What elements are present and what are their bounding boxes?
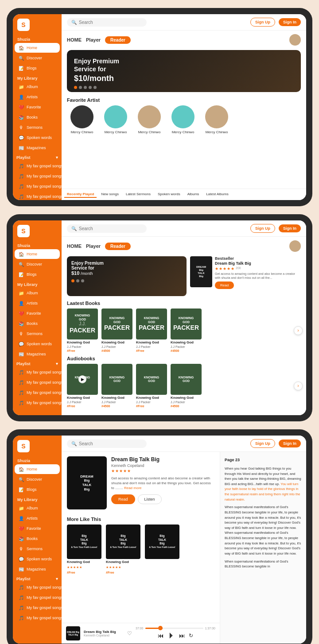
sidebar-item-favorite[interactable]: ❤️ Favorite [15, 102, 60, 112]
pl4-3[interactable]: 🎵 My fav gospel songs [15, 613, 60, 623]
sidebar-artists-2[interactable]: 👤 Artists [15, 298, 60, 308]
playlist-toggle-3[interactable]: ▾ [56, 576, 58, 581]
nav-reader-2[interactable]: Reader [105, 243, 131, 250]
hero-dot-5[interactable] [93, 86, 97, 89]
listen-button[interactable]: Listen [138, 494, 162, 504]
pl-3-2[interactable]: 🎵 My fav gospel songs [15, 388, 60, 397]
dot-3[interactable] [81, 279, 84, 282]
sidebar-item-playlist-2[interactable]: 🎵 My fav gospel songs [15, 171, 60, 181]
sidebar-item-magazines[interactable]: 📰 Magazines [15, 143, 60, 153]
next-books-button[interactable]: › [294, 326, 303, 335]
signin-button[interactable]: Sign In [279, 18, 301, 26]
skip-back-button[interactable]: ⏮ [158, 632, 164, 639]
dot-2[interactable] [76, 279, 79, 282]
user-avatar-2[interactable] [289, 240, 301, 252]
sidebar-item-sermons[interactable]: 🎙 Sermons [15, 123, 60, 132]
tab-albums[interactable]: Albums [185, 191, 202, 198]
sidebar-home-3[interactable]: 🏠 Home [15, 464, 60, 474]
sid-mags-3[interactable]: 📰 Magazines [15, 564, 60, 574]
tab-latest-sermons[interactable]: Latest Sermons [123, 191, 153, 198]
sidebar-spoken-2[interactable]: 💬 Spoken words [15, 339, 60, 349]
nav-tab-reader[interactable]: Reader [105, 36, 131, 44]
sidebar-item-playlist-4[interactable]: 🎵 My fav gospel songs [15, 192, 60, 200]
signup-button-2[interactable]: Sign Up [250, 224, 275, 233]
pl-1-2[interactable]: 🎵 My fav gospel songs [15, 367, 60, 377]
signup-button[interactable]: Sign Up [250, 18, 275, 27]
search-box-3[interactable]: 🔍 [67, 440, 147, 448]
sidebar-discover-2[interactable]: 🔍 Discover [15, 259, 60, 269]
playlist-toggle-2[interactable]: ▾ [56, 361, 58, 366]
read-button-lg[interactable]: Read [111, 494, 135, 504]
pl-2-2[interactable]: 🎵 My fav gospel songs [15, 378, 60, 387]
play-button[interactable]: ⏵ [167, 631, 175, 640]
nav-home-2[interactable]: HOME [67, 243, 82, 249]
sidebar-item-artists[interactable]: 👤 Artists [15, 92, 60, 102]
heart-button[interactable]: ♡ [127, 630, 132, 636]
hero-dot-1[interactable] [74, 86, 77, 89]
search-box-2[interactable]: 🔍 [67, 224, 147, 233]
next-audiobooks-button[interactable]: › [294, 382, 303, 390]
signup-button-3[interactable]: Sign Up [250, 439, 275, 448]
sid-books-3[interactable]: 📚 Books [15, 534, 60, 544]
book-card-2[interactable]: KNOWINGGODPACKER Knowing God J.J Packer … [136, 309, 168, 352]
artist-card-2[interactable]: Mercy Chinwo [134, 105, 164, 134]
pl1-3[interactable]: 🎵 My fav gospel songs [15, 582, 60, 592]
audiobook-card-2[interactable]: KNOWINGGOD Knowing God J.J Packer #Free [136, 364, 168, 408]
sidebar-item-home[interactable]: 🏠 Home [15, 43, 60, 53]
sid-sermons-3[interactable]: 🎙 Sermons [15, 544, 60, 554]
sid-artists-3[interactable]: 👤 Artists [15, 513, 60, 523]
sidebar-item-spoken[interactable]: 💬 Spoken words [15, 133, 60, 143]
hero-dot-3[interactable] [84, 86, 87, 89]
sid-spoken-3[interactable]: 💬 Spoken words [15, 554, 60, 564]
artist-card-4[interactable]: Mercy Chinwo [202, 105, 232, 134]
hero-dot-4[interactable] [89, 86, 92, 89]
nav-tab-player[interactable]: Player [86, 37, 101, 42]
repeat-button[interactable]: ↻ [189, 632, 193, 639]
nav-tab-home[interactable]: HOME [67, 37, 82, 42]
book-card-0[interactable]: KNOWINGGODJ.J.PACKER Knowing God J.J Pac… [67, 309, 99, 352]
sidebar-item-playlist-3[interactable]: 🎵 My fav gospel songs [15, 181, 60, 191]
search-input[interactable] [79, 20, 142, 25]
tab-recently-played[interactable]: Recently Played [64, 191, 97, 198]
sidebar-books-2[interactable]: 📚 Books [15, 319, 60, 328]
sid-album-3[interactable]: 📁 Album [15, 503, 60, 513]
search-box[interactable]: 🔍 [67, 18, 147, 27]
pl3-3[interactable]: 🎵 My fav gospel songs [15, 603, 60, 613]
sidebar-item-playlist-1[interactable]: 🎵 My fav gospel songs [15, 161, 60, 171]
hero-dot-2[interactable] [79, 86, 82, 89]
tab-latest-albums[interactable]: Latest Albums [203, 191, 231, 198]
book-card-3[interactable]: KNOWINGGODPACKER Knowing God J.J Packer … [171, 309, 202, 352]
sidebar-blogs-2[interactable]: 📝 Blogs [15, 270, 60, 279]
tab-new-songs[interactable]: New songs [98, 191, 121, 198]
user-avatar[interactable] [289, 34, 301, 46]
progress-track[interactable] [145, 628, 203, 629]
audiobook-card-1[interactable]: KNOWINGGOD Knowing God J.J Packer #4500 [101, 364, 133, 408]
skip-forward-button[interactable]: ⏭ [179, 632, 185, 639]
artist-card-3[interactable]: Mercy Chinwo [168, 105, 198, 134]
pl2-3[interactable]: 🎵 My fav gospel songs [15, 593, 60, 602]
audiobook-card-3[interactable]: KNOWINGGOD Knowing God J.J Packer #4500 [171, 364, 202, 408]
more-book-0[interactable]: BigTALKBig& Turn Your Faith Loose! Knowi… [67, 524, 102, 574]
sidebar-home-2[interactable]: 🏠 Home [15, 249, 60, 259]
sidebar-magazines-2[interactable]: 📰 Magazines [15, 349, 60, 359]
signin-button-3[interactable]: Sign In [279, 440, 301, 447]
more-book-2[interactable]: BigTALKBig& Turn Your Faith Loose! [145, 524, 180, 574]
sidebar-item-books[interactable]: 📚 Books [15, 112, 60, 122]
sidebar-album-2[interactable]: 📁 Album [15, 288, 60, 298]
artist-card-0[interactable]: Mercy Chinwo [67, 105, 97, 134]
sidebar-favorite-2[interactable]: ❤️ Favorite [15, 309, 60, 318]
sidebar-item-discover[interactable]: 🔍 Discover [15, 53, 60, 63]
artist-card-1[interactable]: Mercy Chinwo [101, 105, 131, 134]
tab-spoken-words[interactable]: Spoken words [155, 191, 183, 198]
sidebar-sermons-2[interactable]: 🎙 Sermons [15, 329, 60, 339]
book-card-1[interactable]: KNOWINGGODPACKER Knowing God J.J Packer … [101, 309, 133, 352]
pl-4-2[interactable]: 🎵 My fav gospel songs [15, 398, 60, 408]
playlist-toggle-icon[interactable]: ▾ [56, 155, 58, 160]
audiobook-card-0[interactable]: KNOWINGGOD ▶ Knowing God J.J Packer #Fre… [67, 364, 99, 408]
dot-1[interactable] [71, 279, 74, 282]
sidebar-item-album[interactable]: 📁 Album [15, 82, 60, 92]
more-book-1[interactable]: BigTALKBig& Turn Your Faith Loose! Knowi… [106, 524, 141, 574]
sidebar-discover-3[interactable]: 🔍 Discover [15, 474, 60, 484]
search-input-2[interactable] [79, 226, 142, 231]
nav-player-2[interactable]: Player [86, 243, 101, 249]
